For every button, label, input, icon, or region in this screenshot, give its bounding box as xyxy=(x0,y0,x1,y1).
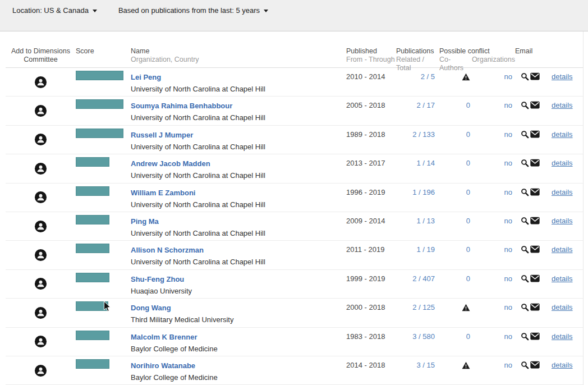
publications-count-link[interactable]: 2 / 133 xyxy=(412,130,435,139)
details-link[interactable]: details xyxy=(552,188,573,196)
publications-count-link[interactable]: 2 / 407 xyxy=(412,274,435,283)
add-to-committee-button[interactable] xyxy=(34,191,47,204)
add-to-committee-button[interactable] xyxy=(34,133,47,146)
publications-count-link[interactable]: 1 / 196 xyxy=(412,188,435,196)
add-to-committee-button[interactable] xyxy=(34,306,47,319)
author-name-link[interactable]: Malcolm K Brenner xyxy=(131,333,197,341)
details-link[interactable]: details xyxy=(552,130,573,139)
details-link[interactable]: details xyxy=(552,72,573,81)
email-search-icon[interactable] xyxy=(521,217,529,225)
email-search-icon[interactable] xyxy=(521,130,529,139)
coauthors-count-link[interactable]: 0 xyxy=(466,130,470,139)
conflict-warning-icon[interactable] xyxy=(462,73,470,81)
caret-down-icon xyxy=(93,10,97,12)
email-search-icon[interactable] xyxy=(521,188,529,196)
location-dropdown[interactable]: Location: US & Canada xyxy=(12,6,97,15)
conflict-warning-icon[interactable] xyxy=(462,304,470,311)
coauthors-count-link[interactable]: 0 xyxy=(466,274,470,283)
org-conflict-link[interactable]: no xyxy=(504,188,512,196)
conflict-warning-icon[interactable] xyxy=(462,361,470,369)
person-add-icon xyxy=(34,335,47,348)
email-icon[interactable] xyxy=(530,245,540,253)
org-conflict-link[interactable]: no xyxy=(504,245,512,254)
author-organization: Baylor College of Medicine xyxy=(131,343,346,355)
add-to-committee-button[interactable] xyxy=(34,162,47,175)
add-to-committee-button[interactable] xyxy=(34,220,47,233)
email-icon[interactable] xyxy=(530,361,540,369)
table-row: Russell J Mumper University of North Car… xyxy=(6,126,583,154)
org-conflict-link[interactable]: no xyxy=(504,159,512,167)
email-icon[interactable] xyxy=(530,274,540,282)
table-row: Andrew Jacob Madden University of North … xyxy=(6,154,583,183)
person-add-icon xyxy=(34,249,47,262)
email-icon[interactable] xyxy=(530,159,540,167)
details-link[interactable]: details xyxy=(552,274,573,283)
details-link[interactable]: details xyxy=(552,245,573,254)
org-conflict-link[interactable]: no xyxy=(504,130,512,139)
details-link[interactable]: details xyxy=(552,303,573,311)
coauthors-count-link[interactable]: 0 xyxy=(466,159,470,167)
details-link[interactable]: details xyxy=(552,217,573,225)
details-link[interactable]: details xyxy=(552,101,573,109)
email-search-icon[interactable] xyxy=(521,274,529,283)
email-icon[interactable] xyxy=(530,217,540,224)
author-name-link[interactable]: Allison N Schorzman xyxy=(131,246,204,254)
author-name-link[interactable]: Russell J Mumper xyxy=(131,131,193,139)
coauthors-count-link[interactable]: 0 xyxy=(466,332,470,341)
org-conflict-link[interactable]: no xyxy=(504,332,512,341)
author-name-link[interactable]: Dong Wang xyxy=(131,304,171,312)
details-link[interactable]: details xyxy=(552,159,573,167)
org-conflict-link[interactable]: no xyxy=(504,217,512,225)
add-to-committee-button[interactable] xyxy=(34,335,47,348)
email-icon[interactable] xyxy=(530,130,540,138)
publications-count-link[interactable]: 2 / 17 xyxy=(416,101,435,109)
publications-count-link[interactable]: 2 / 125 xyxy=(412,303,435,311)
email-search-icon[interactable] xyxy=(521,245,529,254)
org-conflict-link[interactable]: no xyxy=(504,303,512,311)
publications-count-link[interactable]: 2 / 5 xyxy=(421,72,435,81)
location-dropdown-label: Location: US & Canada xyxy=(12,6,89,15)
email-search-icon[interactable] xyxy=(521,159,529,167)
email-search-icon[interactable] xyxy=(521,101,529,109)
coauthors-count-link[interactable]: 0 xyxy=(466,101,470,109)
published-range: 1996 - 2019 xyxy=(346,184,396,212)
author-name-link[interactable]: Shu-Feng Zhou xyxy=(131,275,184,283)
publications-range-label: Based on publications from the last: 5 y… xyxy=(118,6,260,15)
author-name-link[interactable]: Andrew Jacob Madden xyxy=(131,159,210,168)
org-conflict-link[interactable]: no xyxy=(504,361,512,369)
add-to-committee-button[interactable] xyxy=(34,249,47,262)
publications-count-link[interactable]: 3 / 15 xyxy=(416,361,435,369)
org-conflict-link[interactable]: no xyxy=(504,274,512,283)
add-to-committee-button[interactable] xyxy=(34,104,47,117)
email-icon[interactable] xyxy=(530,101,540,109)
email-search-icon[interactable] xyxy=(521,303,529,311)
email-icon[interactable] xyxy=(530,188,540,196)
score-bar xyxy=(76,273,109,282)
org-conflict-link[interactable]: no xyxy=(504,72,512,81)
email-icon[interactable] xyxy=(530,72,540,80)
coauthors-count-link[interactable]: 0 xyxy=(466,217,470,225)
author-name-link[interactable]: Norihiro Watanabe xyxy=(131,361,195,370)
email-search-icon[interactable] xyxy=(521,361,529,369)
publications-count-link[interactable]: 1 / 14 xyxy=(416,159,435,167)
email-search-icon[interactable] xyxy=(521,72,529,81)
email-search-icon[interactable] xyxy=(521,332,529,341)
email-icon[interactable] xyxy=(530,332,540,340)
add-to-committee-button[interactable] xyxy=(34,364,47,377)
details-link[interactable]: details xyxy=(552,332,573,341)
details-link[interactable]: details xyxy=(552,361,573,369)
author-name-link[interactable]: Soumya Rahima Benhabbour xyxy=(131,102,232,110)
add-to-committee-button[interactable] xyxy=(34,76,47,89)
email-icon[interactable] xyxy=(530,303,540,311)
add-to-committee-button[interactable] xyxy=(34,277,47,290)
coauthors-count-link[interactable]: 0 xyxy=(466,188,470,196)
author-name-link[interactable]: Lei Peng xyxy=(131,73,161,81)
publications-count-link[interactable]: 1 / 19 xyxy=(416,245,435,254)
publications-range-dropdown[interactable]: Based on publications from the last: 5 y… xyxy=(118,6,268,15)
org-conflict-link[interactable]: no xyxy=(504,101,512,109)
coauthors-count-link[interactable]: 0 xyxy=(466,245,470,254)
publications-count-link[interactable]: 1 / 13 xyxy=(416,217,435,225)
author-name-link[interactable]: William E Zamboni xyxy=(131,189,195,197)
author-name-link[interactable]: Ping Ma xyxy=(131,217,159,226)
publications-count-link[interactable]: 3 / 580 xyxy=(412,332,435,341)
